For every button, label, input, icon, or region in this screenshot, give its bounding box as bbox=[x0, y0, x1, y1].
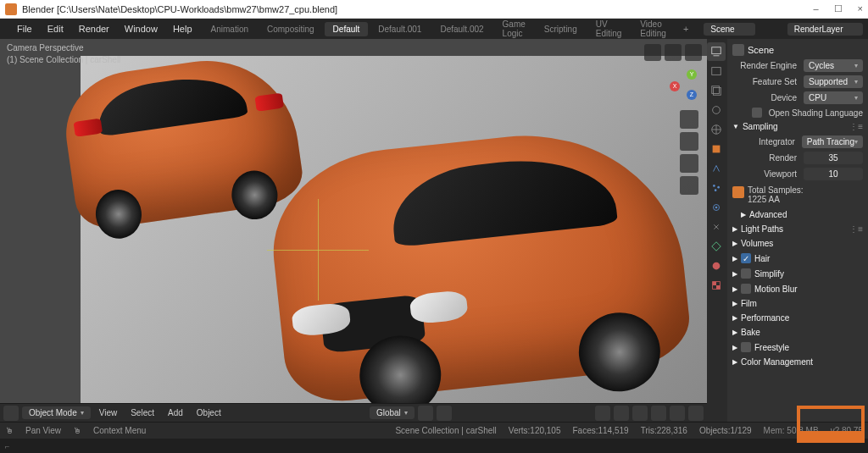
render-engine-dropdown[interactable]: Cycles▾ bbox=[804, 59, 863, 72]
workspace-animation[interactable]: Animation bbox=[203, 22, 257, 36]
orientation-dropdown[interactable]: Global ▾ bbox=[370, 406, 415, 419]
color-management-label: Color Management bbox=[741, 357, 813, 367]
gizmo-select-icon[interactable] bbox=[644, 44, 661, 61]
overlays-icon[interactable] bbox=[595, 406, 610, 421]
status-scene-path: Scene Collection | carShell bbox=[395, 426, 496, 435]
workspace-default002[interactable]: Default.002 bbox=[431, 22, 492, 36]
proportional-icon[interactable] bbox=[437, 406, 452, 421]
edit-menu[interactable]: Edit bbox=[41, 21, 70, 36]
tab-scene[interactable] bbox=[707, 101, 726, 119]
advanced-section[interactable]: ▶ Advanced bbox=[731, 207, 865, 222]
editor-type-icon[interactable] bbox=[3, 406, 19, 421]
viewport-3d[interactable] bbox=[0, 39, 707, 403]
simplify-checkbox[interactable] bbox=[741, 268, 751, 279]
workspace-add[interactable]: + bbox=[676, 21, 695, 36]
footer-corner-icon[interactable]: ⌐ bbox=[5, 442, 9, 450]
maximize-button[interactable]: ☐ bbox=[834, 3, 843, 14]
workspace-default001[interactable]: Default.001 bbox=[370, 22, 430, 36]
tab-particles[interactable] bbox=[707, 179, 726, 197]
tab-world[interactable] bbox=[707, 120, 726, 139]
axis-gizmo[interactable]: Y X Z bbox=[661, 66, 698, 103]
object-mode-dropdown[interactable]: Object Mode ▾ bbox=[22, 406, 91, 419]
triangle-right-icon: ▶ bbox=[732, 240, 737, 247]
gizmo-move-icon[interactable] bbox=[665, 44, 682, 61]
window-menu[interactable]: Window bbox=[118, 21, 164, 36]
camera-gizmo-icon[interactable] bbox=[680, 154, 698, 173]
shading-wireframe-icon[interactable] bbox=[632, 406, 648, 421]
object-mode-label: Object Mode bbox=[29, 408, 77, 417]
pan-gizmo-icon[interactable] bbox=[680, 132, 698, 151]
shading-rendered-icon[interactable] bbox=[688, 406, 704, 421]
view-menu[interactable]: View bbox=[94, 406, 123, 419]
tab-constraints[interactable] bbox=[707, 218, 726, 236]
xray-icon[interactable] bbox=[614, 406, 629, 421]
axis-z-icon[interactable]: Z bbox=[687, 90, 697, 100]
chevron-down-icon: ▾ bbox=[404, 409, 408, 417]
color-management-section[interactable]: ▶ Color Management bbox=[731, 355, 865, 369]
workspace-game-logic[interactable]: Game Logic bbox=[494, 17, 534, 41]
gizmo-rotate-icon[interactable] bbox=[685, 44, 702, 61]
volumes-section[interactable]: ▶ Volumes bbox=[731, 236, 865, 251]
tab-viewlayer[interactable] bbox=[707, 81, 726, 100]
tab-material[interactable] bbox=[707, 257, 726, 275]
section-options-icon[interactable]: ⋮≡ bbox=[849, 224, 863, 234]
osl-checkbox[interactable] bbox=[752, 108, 762, 118]
section-options-icon[interactable]: ⋮≡ bbox=[849, 122, 863, 131]
workspace-scripting[interactable]: Scripting bbox=[536, 22, 586, 36]
file-menu[interactable]: File bbox=[10, 21, 39, 36]
device-dropdown[interactable]: CPU▾ bbox=[804, 91, 863, 104]
sampling-section[interactable]: ▼ Sampling ⋮≡ bbox=[731, 119, 865, 134]
axis-x-icon[interactable]: X bbox=[670, 81, 680, 91]
ortho-gizmo-icon[interactable] bbox=[680, 176, 698, 195]
workspace-compositing[interactable]: Compositing bbox=[259, 22, 323, 36]
render-menu[interactable]: Render bbox=[72, 21, 116, 36]
viewport-samples-input[interactable]: 10 bbox=[804, 168, 863, 180]
bake-section[interactable]: ▶ Bake bbox=[731, 325, 865, 340]
shading-solid-icon[interactable] bbox=[651, 406, 666, 421]
layer-selector[interactable]: RenderLayer bbox=[787, 23, 864, 36]
minimize-button[interactable]: – bbox=[813, 3, 818, 14]
close-button[interactable]: × bbox=[858, 3, 863, 14]
tab-mesh[interactable] bbox=[707, 237, 726, 256]
freestyle-section[interactable]: ▶ Freestyle bbox=[731, 340, 865, 355]
status-version: v2.80.75 bbox=[831, 426, 863, 435]
film-section[interactable]: ▶ Film bbox=[731, 296, 865, 311]
tab-object[interactable] bbox=[707, 140, 726, 158]
add-menu[interactable]: Add bbox=[163, 406, 188, 419]
workspace-default[interactable]: Default bbox=[325, 22, 369, 36]
axis-y-icon[interactable]: Y bbox=[687, 69, 697, 80]
hair-checkbox[interactable]: ✓ bbox=[741, 253, 751, 263]
status-verts: Verts:120,105 bbox=[509, 426, 561, 435]
app-icon bbox=[5, 3, 17, 15]
tab-physics[interactable] bbox=[707, 198, 726, 217]
triangle-right-icon: ▶ bbox=[732, 314, 737, 322]
snap-icon[interactable] bbox=[418, 406, 433, 421]
tab-render[interactable] bbox=[707, 42, 726, 61]
help-menu[interactable]: Help bbox=[166, 21, 199, 36]
triangle-right-icon: ▶ bbox=[732, 255, 737, 262]
motion-blur-checkbox[interactable] bbox=[741, 284, 751, 294]
tab-texture[interactable] bbox=[707, 276, 726, 295]
zoom-gizmo-icon[interactable] bbox=[680, 110, 698, 129]
scene-selector[interactable]: Scene bbox=[704, 23, 754, 36]
object-menu[interactable]: Object bbox=[192, 406, 226, 419]
feature-set-dropdown[interactable]: Supported▾ bbox=[804, 75, 863, 88]
workspace-video-editing[interactable]: Video Editing bbox=[632, 17, 675, 41]
svg-rect-0 bbox=[712, 47, 721, 54]
motion-blur-section[interactable]: ▶ Motion Blur bbox=[731, 281, 865, 296]
select-menu[interactable]: Select bbox=[125, 406, 159, 419]
workspace-uv-editing[interactable]: UV Editing bbox=[587, 17, 631, 41]
freestyle-checkbox[interactable] bbox=[741, 342, 751, 352]
render-samples-input[interactable]: 35 bbox=[804, 152, 863, 164]
svg-point-12 bbox=[715, 207, 718, 209]
osl-label: Open Shading Language bbox=[769, 108, 863, 118]
tab-output[interactable] bbox=[707, 62, 726, 80]
hair-label: Hair bbox=[754, 254, 770, 263]
light-paths-section[interactable]: ▶ Light Paths ⋮≡ bbox=[731, 222, 865, 236]
hair-section[interactable]: ▶ ✓ Hair bbox=[731, 251, 865, 266]
performance-section[interactable]: ▶ Performance bbox=[731, 311, 865, 325]
simplify-section[interactable]: ▶ Simplify bbox=[731, 266, 865, 281]
shading-lookdev-icon[interactable] bbox=[670, 406, 685, 421]
tab-modifiers[interactable] bbox=[707, 159, 726, 178]
integrator-dropdown[interactable]: Path Tracing▾ bbox=[802, 135, 863, 148]
